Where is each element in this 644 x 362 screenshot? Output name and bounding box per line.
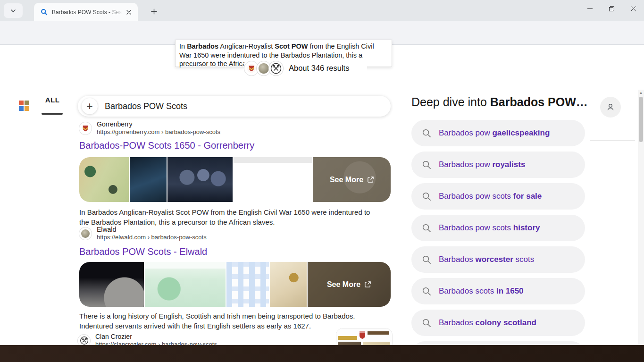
related-search-pill[interactable]: Barbados colony scotland bbox=[411, 310, 585, 336]
close-window-button[interactable] bbox=[622, 0, 644, 17]
see-more-button[interactable]: See More bbox=[313, 157, 391, 202]
related-search-pill[interactable]: Barbados worcester scots bbox=[411, 246, 585, 273]
window-controls bbox=[579, 0, 644, 17]
search-icon bbox=[422, 192, 432, 202]
related-search-text: Barbados scots in 1650 bbox=[439, 286, 524, 296]
result-site-url: https://gorrenberry.com › barbados-pow-s… bbox=[97, 128, 220, 136]
tab-close-button[interactable] bbox=[125, 8, 133, 17]
minimize-icon bbox=[587, 6, 593, 11]
related-search-pill[interactable]: Barbados scots in 1650 bbox=[411, 278, 585, 304]
result-source-link[interactable]: Gorrenberry https://gorrenberry.com › ba… bbox=[79, 120, 362, 136]
see-more-label: See More bbox=[330, 176, 363, 184]
bing-results-page: ALL + Barbados POW Scots Gorrenberry htt… bbox=[0, 45, 644, 345]
browser-tab[interactable]: Barbados POW Scots - Sear bbox=[34, 3, 138, 21]
search-icon bbox=[422, 255, 432, 265]
result-thumbnail[interactable] bbox=[130, 157, 167, 202]
external-link-icon bbox=[367, 176, 374, 183]
new-tab-button[interactable] bbox=[147, 6, 160, 17]
tab-search-dropdown-button[interactable] bbox=[4, 3, 23, 18]
tab-all[interactable]: ALL bbox=[42, 96, 63, 104]
result-thumbnail[interactable] bbox=[79, 262, 144, 307]
result-thumbnail[interactable] bbox=[270, 262, 307, 307]
image-carousel: See More bbox=[79, 157, 391, 202]
result-source-link[interactable]: Elwald https://elwald.com › barbados-pow… bbox=[79, 226, 362, 241]
chevron-down-icon bbox=[10, 8, 17, 14]
related-search-pill[interactable]: Barbados pow royalists bbox=[411, 152, 585, 178]
page-scrollbar-thumb[interactable] bbox=[639, 97, 643, 142]
related-search-text: Barbados colony scotland bbox=[439, 318, 536, 328]
results-count-row: About 346 results bbox=[244, 59, 367, 77]
search-icon bbox=[422, 318, 432, 328]
see-more-label: See More bbox=[327, 280, 360, 289]
ms-logo-square-red bbox=[19, 101, 24, 105]
result-thumbnail[interactable] bbox=[167, 157, 233, 202]
search-icon bbox=[422, 160, 432, 170]
result-title-link[interactable]: Barbados POW Scots - Elwald bbox=[79, 246, 207, 257]
related-search-text: Barbados pow scots for sale bbox=[439, 192, 542, 201]
result-thumbnail[interactable] bbox=[234, 157, 312, 202]
related-search-pill[interactable]: Barbados pow scots history bbox=[411, 215, 585, 241]
see-more-button[interactable]: See More bbox=[308, 262, 391, 307]
result-thumbnail[interactable] bbox=[79, 157, 129, 202]
thumb-title-bar bbox=[368, 331, 389, 335]
external-link-icon bbox=[364, 281, 371, 288]
thumb-label bbox=[338, 336, 357, 340]
ms-logo-square-green bbox=[25, 101, 29, 105]
result-site-name: Clan Crozier bbox=[95, 333, 217, 341]
deep-dive-heading: Deep dive into Barbados POW… bbox=[411, 95, 588, 109]
related-search-pill[interactable]: Barbados pow scots for sale bbox=[411, 183, 585, 210]
search-icon bbox=[422, 128, 432, 138]
gorrenberry-favicon bbox=[79, 122, 92, 135]
plus-icon bbox=[151, 8, 157, 15]
restore-button[interactable] bbox=[601, 0, 622, 17]
see-more-overlay: See More bbox=[308, 262, 391, 307]
browser-tab-strip: Barbados POW Scots - Sear bbox=[0, 0, 644, 21]
restore-icon bbox=[609, 6, 614, 11]
result-snippet: There is a long history of English, Scot… bbox=[79, 311, 381, 331]
ms-logo-square-blue bbox=[19, 106, 24, 111]
result-thumbnail[interactable] bbox=[145, 262, 226, 307]
result-site-name: Elwald bbox=[97, 226, 207, 234]
clan-crozier-favicon bbox=[269, 61, 283, 76]
close-icon bbox=[126, 10, 131, 15]
related-search-text: Barbados pow royalists bbox=[439, 160, 525, 169]
elwald-favicon bbox=[79, 227, 92, 240]
result-thumbnail[interactable] bbox=[226, 262, 269, 307]
see-more-overlay: See More bbox=[313, 157, 391, 202]
image-carousel: See More bbox=[79, 262, 391, 307]
related-search-pill[interactable]: Barbados pow gaelicspeaking bbox=[411, 120, 585, 146]
sidebar-divider bbox=[590, 140, 635, 141]
result-site-url: https://elwald.com › barbados-pow-scots bbox=[97, 234, 207, 241]
add-search-button[interactable]: + bbox=[82, 98, 98, 114]
search-icon bbox=[422, 223, 432, 233]
related-search-text: Barbados pow scots history bbox=[439, 223, 540, 233]
scrollbar-up-arrow[interactable]: ▲ bbox=[638, 91, 644, 95]
ms-logo-square-yellow bbox=[25, 106, 29, 111]
related-search-text: Barbados worcester scots bbox=[439, 255, 534, 264]
microsoft-logo[interactable] bbox=[19, 101, 29, 110]
search-query: Barbados POW Scots bbox=[105, 101, 187, 111]
result-title-link[interactable]: Barbados-POW Scots 1650 - Gorrenberry bbox=[79, 140, 254, 151]
search-icon bbox=[422, 286, 432, 296]
related-search-text: Barbados pow gaelicspeaking bbox=[439, 128, 550, 138]
sidebar-profile-button[interactable] bbox=[600, 97, 621, 118]
result-snippet: In Barbados Anglican-Royalist Scot POW f… bbox=[79, 207, 376, 227]
windows-taskbar: 59°F Sunny 10:40 AM 4/9/2026 z bbox=[0, 345, 644, 362]
tab-all-underline bbox=[42, 113, 63, 115]
bing-search-favicon bbox=[41, 8, 48, 16]
thumb-crest bbox=[359, 330, 366, 339]
result-site-name: Gorrenberry bbox=[97, 120, 220, 128]
results-count: About 346 results bbox=[289, 64, 349, 73]
minimize-button[interactable] bbox=[579, 0, 601, 17]
search-box[interactable]: + Barbados POW Scots bbox=[78, 96, 391, 117]
person-icon bbox=[605, 102, 616, 112]
close-icon bbox=[631, 6, 636, 11]
tab-title: Barbados POW Scots - Sear bbox=[52, 9, 122, 16]
